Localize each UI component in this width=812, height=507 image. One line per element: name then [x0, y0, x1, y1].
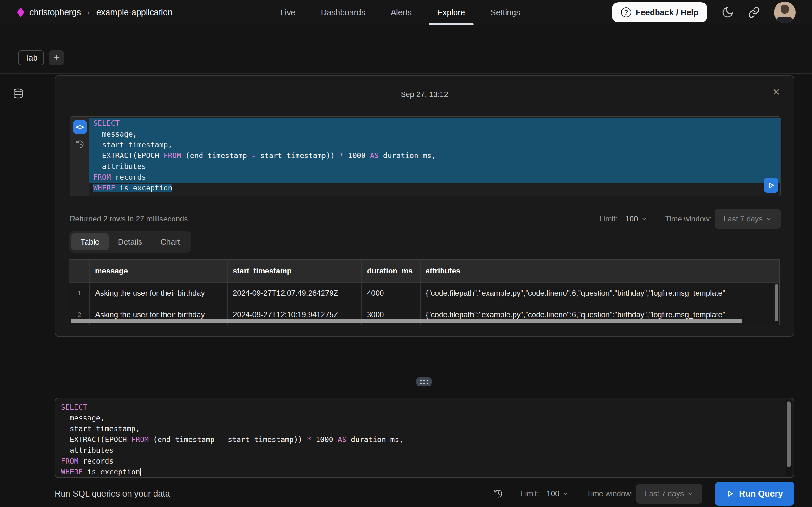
top-navbar: christophergs › example-application Live… [0, 0, 812, 25]
time-window-label: Time window: [665, 215, 711, 223]
result-controls: Limit: 100 Time window: Last 7 days [600, 209, 781, 229]
theme-toggle-moon-icon[interactable] [721, 6, 734, 19]
active-tab-underline [429, 23, 473, 25]
primary-nav: LiveDashboardsAlertsExploreSettings [281, 0, 520, 25]
sql-line: FROM records [57, 456, 794, 466]
rerun-query-play-button[interactable] [764, 178, 778, 193]
limit-label: Limit: [600, 215, 618, 223]
limit-dropdown[interactable]: 100 [625, 215, 647, 223]
nav-item-label: Explore [437, 8, 465, 17]
code-toggle-button[interactable]: <> [73, 120, 87, 134]
avatar-silhouette-body [776, 17, 793, 23]
share-link-icon[interactable] [748, 6, 760, 18]
sql-line: SELECT [57, 402, 794, 412]
view-tab-table[interactable]: Table [71, 233, 109, 250]
nav-item-live[interactable]: Live [281, 0, 296, 25]
view-tab-details[interactable]: Details [109, 233, 151, 250]
query-tabbar: Tab + [0, 25, 812, 73]
query-result-card: Sep 27, 13:12 ✕ <> SELECT message, start… [55, 75, 794, 337]
sql-editor-code[interactable]: SELECT message, start_timestamp, EXTRACT… [55, 398, 794, 477]
table-cell-attributes[interactable]: {"code.filepath":"example.py","code.line… [420, 283, 779, 303]
logfire-logo-icon[interactable] [17, 8, 24, 17]
query-tab[interactable]: Tab [18, 50, 44, 65]
sql-line: EXTRACT(EPOCH FROM (end_timestamp - star… [57, 434, 794, 445]
explore-workspace: Sep 27, 13:12 ✕ <> SELECT message, start… [0, 73, 812, 506]
time-window-dropdown[interactable]: Last 7 days [636, 484, 702, 504]
breadcrumb-separator-icon: › [86, 8, 91, 17]
add-tab-button[interactable]: + [49, 50, 64, 65]
editor-hint: Run SQL queries on your data [55, 489, 170, 499]
chevron-down-icon [687, 491, 693, 497]
user-avatar[interactable] [774, 2, 796, 23]
nav-item-dashboards[interactable]: Dashboards [321, 0, 365, 25]
table-row[interactable]: 1Asking the user for their birthday2024-… [69, 282, 779, 303]
breadcrumb: christophergs › example-application [13, 8, 172, 17]
sql-selection: WHERE is_exception [93, 184, 172, 192]
nav-item-label: Settings [490, 8, 520, 17]
run-query-button[interactable]: Run Query [715, 482, 794, 506]
text-cursor [140, 468, 141, 476]
run-query-label: Run Query [739, 489, 783, 499]
result-summary: Returned 2 rows in 27 milliseconds. [70, 215, 190, 223]
editor-scrollbar-thumb[interactable] [787, 401, 791, 467]
chevron-down-icon [562, 491, 569, 497]
column-header-start_timestamp: start_timestamp [228, 260, 362, 282]
nav-item-label: Dashboards [321, 8, 365, 17]
nav-item-settings[interactable]: Settings [490, 0, 520, 25]
sql-line: attributes [57, 445, 794, 456]
breadcrumb-project[interactable]: example-application [96, 8, 172, 17]
help-circle-icon: ? [621, 7, 631, 17]
table-corner-cell [69, 260, 90, 282]
database-schema-icon[interactable] [13, 88, 23, 99]
result-view-tabs: TableDetailsChart [69, 231, 191, 252]
sql-editor[interactable]: SELECT message, start_timestamp, EXTRACT… [55, 398, 794, 478]
sql-line: start_timestamp, [90, 139, 780, 150]
close-icon[interactable]: ✕ [772, 88, 780, 97]
chevron-down-icon [766, 216, 772, 222]
resize-handle[interactable] [416, 377, 432, 386]
view-tab-chart[interactable]: Chart [151, 233, 189, 250]
sql-line: start_timestamp, [57, 424, 794, 434]
sql-line: SELECT [90, 118, 780, 129]
limit-value: 100 [547, 489, 559, 498]
executed-sql-block: <> SELECT message, start_timestamp, EXTR… [70, 116, 781, 196]
executed-sql-code[interactable]: SELECT message, start_timestamp, EXTRACT… [90, 117, 780, 196]
breadcrumb-org[interactable]: christophergs [30, 8, 81, 17]
column-header-duration_ms: duration_ms [362, 260, 420, 282]
sql-line: WHERE is_exception [90, 182, 780, 193]
history-icon[interactable] [75, 140, 84, 149]
time-window-value: Last 7 days [645, 489, 684, 498]
sql-line: message, [57, 412, 794, 424]
table-cell-message[interactable]: Asking the user for their birthday [90, 283, 228, 303]
chevron-down-icon [641, 216, 647, 222]
vertical-scrollbar[interactable] [775, 284, 778, 321]
column-header-attributes: attributes [420, 260, 779, 282]
limit-value: 100 [625, 215, 638, 223]
editor-action-bar: Run SQL queries on your data Limit: 100 … [55, 481, 794, 506]
editor-actions: Limit: 100 Time window: Last 7 days Run … [494, 482, 794, 506]
avatar-silhouette [780, 5, 789, 14]
sql-gutter: <> [70, 117, 90, 196]
horizontal-scrollbar[interactable] [71, 319, 742, 323]
left-sidebar [0, 73, 36, 506]
navbar-actions: ? Feedback / Help [612, 2, 796, 23]
column-header-message: message [90, 260, 228, 282]
feedback-help-label: Feedback / Help [636, 8, 699, 17]
sql-line: FROM records [90, 172, 780, 182]
sql-line: EXTRACT(EPOCH FROM (end_timestamp - star… [90, 150, 780, 161]
nav-item-label: Live [281, 8, 296, 17]
table-cell-start_timestamp[interactable]: 2024-09-27T12:07:49.264279Z [228, 283, 362, 303]
sql-line: attributes [90, 161, 780, 172]
results-table: messagestart_timestampduration_msattribu… [68, 259, 780, 326]
time-window-value: Last 7 days [723, 215, 763, 223]
time-window-dropdown[interactable]: Last 7 days [715, 209, 781, 229]
table-cell-duration_ms[interactable]: 4000 [362, 283, 420, 303]
query-history-icon[interactable] [494, 489, 503, 498]
nav-item-explore[interactable]: Explore [437, 0, 465, 25]
row-number: 1 [69, 283, 90, 303]
nav-item-alerts[interactable]: Alerts [391, 0, 412, 25]
query-timestamp: Sep 27, 13:12 [55, 90, 794, 99]
table-header-row: messagestart_timestampduration_msattribu… [69, 260, 779, 282]
feedback-help-button[interactable]: ? Feedback / Help [612, 2, 707, 22]
limit-dropdown[interactable]: 100 [547, 489, 569, 498]
